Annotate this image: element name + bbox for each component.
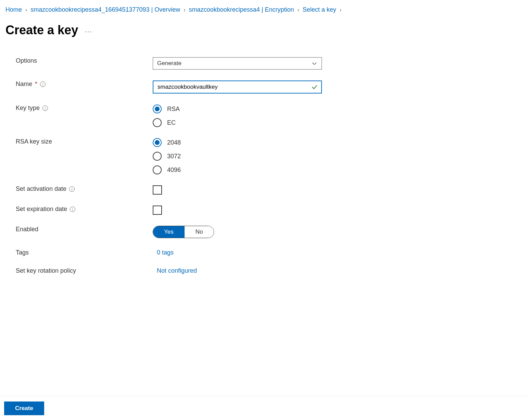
name-input-wrap (153, 81, 322, 94)
rsa-size-3072[interactable]: 3072 (153, 152, 322, 161)
options-select-value: Generate (157, 60, 181, 67)
page-title: Create a key (5, 23, 78, 37)
enabled-yes[interactable]: Yes (153, 226, 185, 238)
enabled-label: Enabled (16, 226, 153, 233)
radio-label: 3072 (167, 153, 181, 160)
expiration-label: Set expiration date i (16, 206, 153, 213)
key-type-radio-group: RSA EC (153, 104, 322, 127)
radio-icon (153, 138, 162, 147)
checkmark-icon (311, 84, 318, 90)
radio-label: 2048 (167, 139, 181, 146)
key-type-rsa[interactable]: RSA (153, 104, 322, 113)
radio-label: RSA (167, 106, 180, 113)
options-select[interactable]: Generate (153, 57, 322, 70)
rsa-size-2048[interactable]: 2048 (153, 138, 322, 147)
name-label: Name * i (16, 81, 153, 88)
radio-icon (153, 152, 162, 161)
info-icon[interactable]: i (40, 82, 46, 87)
rsa-size-4096[interactable]: 4096 (153, 165, 322, 174)
key-type-label: Key type i (16, 104, 153, 112)
enabled-no[interactable]: No (185, 226, 214, 238)
breadcrumb-link-home[interactable]: Home (5, 6, 22, 13)
tags-label: Tags (16, 249, 153, 256)
rsa-key-size-radio-group: 2048 3072 4096 (153, 138, 322, 174)
chevron-right-icon: › (297, 7, 299, 13)
rotation-label: Set key rotation policy (16, 267, 153, 274)
options-label: Options (16, 57, 153, 64)
enabled-toggle: Yes No (153, 226, 214, 238)
chevron-right-icon: › (340, 7, 341, 13)
chevron-right-icon: › (25, 7, 27, 13)
radio-label: 4096 (167, 166, 181, 174)
radio-icon (153, 165, 162, 174)
chevron-down-icon (311, 60, 317, 66)
key-type-ec[interactable]: EC (153, 118, 322, 127)
rsa-key-size-label: RSA key size (16, 138, 153, 145)
radio-icon (153, 118, 162, 127)
expiration-checkbox[interactable] (153, 206, 162, 215)
breadcrumb-link-overview[interactable]: smazcookbookrecipessa4_1669451377093 | O… (30, 6, 180, 13)
rotation-link[interactable]: Not configured (153, 267, 197, 274)
required-indicator: * (35, 81, 37, 88)
breadcrumb-link-select-key[interactable]: Select a key (303, 6, 336, 13)
radio-icon (153, 104, 162, 113)
tags-link[interactable]: 0 tags (153, 249, 174, 256)
info-icon[interactable]: i (42, 106, 48, 111)
info-icon[interactable]: i (69, 186, 75, 192)
info-icon[interactable]: i (70, 207, 75, 212)
activation-checkbox[interactable] (153, 185, 162, 195)
breadcrumb-link-encryption[interactable]: smazcookbookrecipessa4 | Encryption (189, 6, 294, 13)
activation-label: Set activation date i (16, 185, 153, 193)
chevron-right-icon: › (184, 7, 185, 13)
breadcrumb: Home › smazcookbookrecipessa4_1669451377… (5, 6, 522, 13)
radio-label: EC (167, 119, 176, 126)
name-input[interactable] (158, 84, 308, 90)
more-actions-icon[interactable]: ··· (85, 28, 92, 35)
